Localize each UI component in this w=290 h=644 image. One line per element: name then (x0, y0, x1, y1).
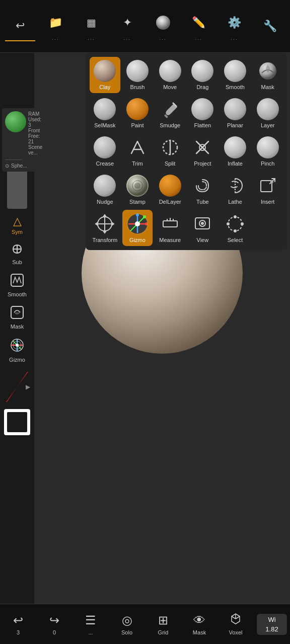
mask-bottom-label: Mask (193, 629, 206, 635)
smudge-label: Smudge (160, 122, 180, 128)
smudge-icon (159, 98, 181, 120)
tool-split[interactable]: Split (155, 133, 185, 170)
tool-nudge[interactable]: Nudge (90, 172, 120, 208)
drag-label: Drag (196, 84, 208, 90)
tool-measure[interactable]: Measure (155, 210, 185, 246)
gizmo-tool-icon (126, 213, 149, 235)
tool-insert[interactable]: Insert (252, 172, 283, 208)
eye-icon: 👁 (193, 613, 205, 627)
tool-tube[interactable]: Tube (187, 172, 218, 208)
crease-sphere (94, 136, 116, 158)
tool-flatten[interactable]: Flatten (187, 95, 218, 131)
toolbar-wrench[interactable]: 🔧 (255, 16, 285, 41)
inflate-sphere (224, 136, 246, 158)
flatten-sphere (191, 98, 213, 120)
bottom-mask[interactable]: 👁 Mask (184, 613, 214, 635)
light-icon: ✦ (117, 12, 138, 33)
svg-point-37 (201, 222, 203, 224)
alpha-inner (7, 412, 27, 432)
tool-pinch[interactable]: Pinch (252, 133, 283, 170)
tool-transform[interactable]: Transform (90, 210, 120, 246)
planar-sphere (224, 98, 246, 120)
layers-icon: ▦ (81, 12, 102, 33)
tool-inflate[interactable]: Inflate (220, 133, 251, 170)
undo-count: 3 (17, 629, 20, 635)
voxel-icon (230, 613, 242, 627)
bottom-menu[interactable]: ☰ ... (76, 613, 106, 635)
tool-smooth[interactable]: Smooth (220, 57, 251, 93)
svg-rect-31 (163, 221, 177, 227)
tool-drag[interactable]: Drag (187, 57, 218, 93)
tool-view[interactable]: View (187, 210, 218, 246)
gizmo-label: Gizmo (9, 357, 25, 363)
alpha-preview[interactable] (4, 409, 30, 435)
toolbar-settings[interactable]: ⚙️ ... (220, 12, 250, 45)
svg-point-16 (134, 183, 140, 189)
sidebar-sym[interactable]: △ Sym (2, 211, 32, 239)
tool-project[interactable]: Project (187, 133, 218, 170)
toolbar-light[interactable]: ✦ ... (112, 12, 142, 45)
lathe-icon (224, 175, 246, 197)
folder-icon: 📁 (45, 12, 66, 33)
scene-label: Scene ve... (28, 144, 42, 155)
toolbar-layers[interactable]: ▦ ... (77, 12, 107, 45)
toolbar-back[interactable]: ↩ (5, 15, 35, 41)
tool-move[interactable]: Move (155, 57, 185, 93)
tool-smudge[interactable]: Smudge (155, 95, 185, 131)
left-sidebar: RAM Used: 3 Front Free: 21 Scene ve... -… (0, 53, 34, 604)
tool-lathe[interactable]: Lathe (220, 172, 251, 208)
tool-crease[interactable]: Crease (90, 133, 120, 170)
nudge-label: Nudge (97, 199, 113, 205)
toolbar-settings-dots: ... (231, 35, 238, 41)
color-swatch-secondary[interactable] (7, 169, 27, 209)
sidebar-gizmo[interactable]: Gizmo (2, 334, 32, 367)
bottom-redo[interactable]: ↪ 0 (39, 613, 69, 635)
trim-label: Trim (132, 160, 143, 167)
tool-palette: Clay Brush Move Drag Smooth (86, 53, 287, 250)
toolbar-material[interactable]: ... (148, 12, 178, 45)
layer-label: Layer (261, 122, 275, 128)
tool-mask[interactable]: Mask (252, 57, 283, 93)
toolbar-pen[interactable]: ✏️ ... (184, 12, 214, 45)
svg-rect-1 (11, 274, 23, 286)
brush-sphere (126, 60, 149, 82)
smooth-sidebar-icon (10, 273, 24, 290)
transform-icon (94, 213, 116, 235)
trim-icon (126, 136, 149, 158)
planar-label: Planar (227, 122, 243, 128)
tool-clay[interactable]: Clay (90, 57, 120, 93)
svg-point-29 (135, 221, 140, 226)
info-sphere-icon: ⊙ (5, 163, 9, 169)
tool-paint[interactable]: Paint (122, 95, 153, 131)
tool-select[interactable]: Select (220, 210, 251, 246)
tool-gizmo[interactable]: Gizmo (122, 210, 153, 246)
bottom-grid[interactable]: ⊞ Grid (148, 613, 178, 635)
insert-icon (257, 175, 279, 197)
tube-label: Tube (196, 199, 209, 205)
tool-planar[interactable]: Planar (220, 95, 251, 131)
grid-icon: ⊞ (158, 613, 168, 627)
tool-dellayer[interactable]: DelLayer (155, 172, 185, 208)
ram-label: RAM (28, 111, 42, 117)
tool-trim[interactable]: Trim (122, 133, 153, 170)
sidebar-sub[interactable]: Sub (2, 239, 32, 269)
bottom-wi[interactable]: Wi 1.82 (257, 614, 287, 635)
drag-sphere (191, 60, 213, 82)
gizmo-sidebar-icon (10, 338, 25, 356)
sidebar-smooth[interactable]: Smooth (2, 269, 32, 301)
sidebar-mask[interactable]: Mask (2, 301, 32, 334)
toolbar-folder[interactable]: 📁 ... (41, 12, 71, 45)
sym-label: Sym (12, 229, 23, 235)
tool-brush[interactable]: Brush (122, 57, 153, 93)
tool-stamp[interactable]: Stamp (122, 172, 153, 208)
bottom-undo[interactable]: ↩ 3 (3, 613, 33, 635)
menu-icon: ☰ (85, 613, 96, 627)
bottom-voxel[interactable]: Voxel (221, 613, 251, 635)
stroke-preview[interactable]: ▶ (2, 367, 32, 407)
tool-selmask[interactable]: SelMask (90, 95, 120, 131)
info-sphere-label: Sphe... (11, 163, 27, 169)
sub-label: Sub (12, 259, 22, 265)
bottom-solo[interactable]: ◎ Solo (112, 613, 142, 635)
tool-layer[interactable]: Layer (252, 95, 283, 131)
grid-label: Grid (158, 629, 169, 635)
